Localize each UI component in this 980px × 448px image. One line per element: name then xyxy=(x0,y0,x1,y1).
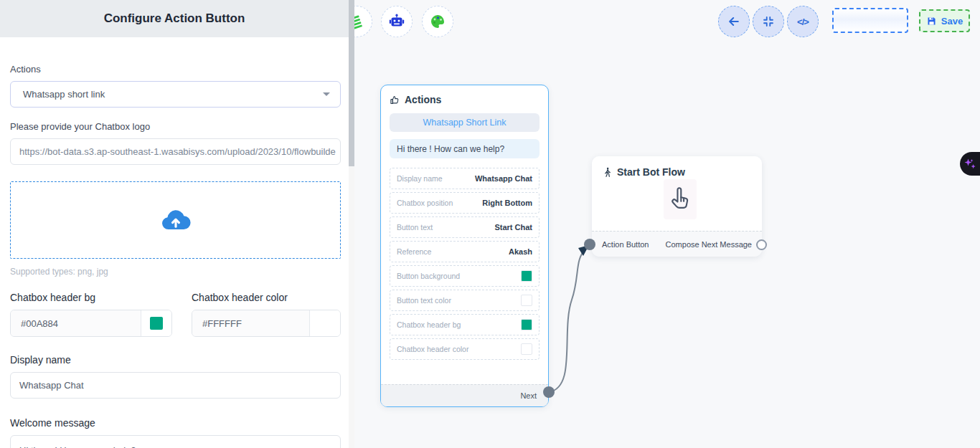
start-node-body: Start Bot Flow xyxy=(592,156,762,231)
property-row[interactable]: Chatbox header color xyxy=(390,338,540,360)
color-swatch xyxy=(319,317,331,330)
logo-upload-dropzone[interactable] xyxy=(10,181,341,259)
actions-select[interactable]: Whatsapp short link xyxy=(10,81,341,108)
compose-next-message-source-handle[interactable] xyxy=(756,239,767,250)
robot-icon xyxy=(388,13,405,30)
property-label: Chatbox position xyxy=(397,199,453,207)
welcome-message-input[interactable]: Hi there ! How can we help? xyxy=(10,435,341,448)
chatbox-header-bg-picker[interactable] xyxy=(141,310,171,336)
property-row[interactable]: Button text color xyxy=(390,290,540,311)
property-row[interactable]: Chatbox position Right Bottom xyxy=(390,192,540,214)
drag-cursor-preview xyxy=(664,179,697,219)
actions-node-header: Actions xyxy=(390,94,540,105)
action-button-handle-label: Action Button xyxy=(602,240,649,249)
property-color-swatch xyxy=(521,295,532,306)
chatbox-header-bg-group: #00A884 xyxy=(10,310,172,337)
start-node-header: Start Bot Flow xyxy=(602,166,752,178)
flow-builder-app: </> Save Actions Whatsapp Short Link Hi … xyxy=(0,0,980,448)
chatbot-tool-button[interactable] xyxy=(381,6,413,37)
property-label: Button text color xyxy=(397,296,451,305)
chatbox-header-color-label: Chatbox header color xyxy=(192,292,341,303)
chatbox-header-bg-label: Chatbox header bg xyxy=(10,292,172,303)
display-name-input[interactable]: Whatsapp Chat xyxy=(10,372,341,399)
property-label: Reference xyxy=(397,247,431,256)
chatbox-header-color-input[interactable]: #FFFFFF xyxy=(192,310,309,336)
code-view-button[interactable]: </> xyxy=(787,6,819,37)
property-value: Akash xyxy=(509,247,532,256)
chatbox-logo-label: Please provide your Chatbox logo xyxy=(10,121,341,132)
configure-panel: Configure Action Button Actions Whatsapp… xyxy=(0,0,354,448)
chevron-down-icon xyxy=(323,92,330,96)
next-source-handle[interactable] xyxy=(543,386,555,398)
chatbox-logo-input[interactable]: https://bot-data.s3.ap-southeast-1.wasab… xyxy=(10,138,341,165)
action-button-target-handle[interactable] xyxy=(584,239,595,250)
chatbox-header-color-picker[interactable] xyxy=(309,310,340,336)
actions-label: Actions xyxy=(10,64,341,75)
action-type-chip[interactable]: Whatsapp Short Link xyxy=(390,113,540,132)
welcome-message-label: Welcome message xyxy=(10,417,341,429)
save-button[interactable]: Save xyxy=(919,9,970,32)
property-row[interactable]: Display name Whatsapp Chat xyxy=(390,168,540,189)
fit-view-button[interactable] xyxy=(753,6,784,37)
walking-person-icon xyxy=(602,166,613,178)
action-properties-list: Display name Whatsapp Chat Chatbox posit… xyxy=(390,168,540,360)
actions-node-title: Actions xyxy=(405,94,441,105)
panel-scrollbar[interactable] xyxy=(349,0,354,448)
display-name-label: Display name xyxy=(10,354,341,366)
actions-node[interactable]: Actions Whatsapp Short Link Hi there ! H… xyxy=(380,85,549,407)
start-bot-flow-node[interactable]: Start Bot Flow Action Button Compose Nex… xyxy=(592,156,762,257)
panel-title: Configure Action Button xyxy=(0,0,349,37)
property-row[interactable]: Chatbox header bg xyxy=(390,314,540,335)
compose-next-message-handle-label: Compose Next Message xyxy=(666,240,752,249)
start-node-handles-row: Action Button Compose Next Message xyxy=(592,231,762,257)
actions-select-value: Whatsapp short link xyxy=(23,89,105,100)
property-label: Button background xyxy=(397,272,460,280)
property-color-swatch xyxy=(521,343,532,355)
property-row[interactable]: Reference Akash xyxy=(390,241,540,262)
chatbox-header-color-group: #FFFFFF xyxy=(192,310,341,337)
property-value: Right Bottom xyxy=(482,199,532,207)
next-label: Next xyxy=(520,391,537,400)
property-color-swatch xyxy=(521,270,532,282)
hand-cursor-icon xyxy=(668,184,692,214)
back-arrow-icon xyxy=(727,14,741,29)
color-swatch xyxy=(150,317,163,330)
save-label: Save xyxy=(941,16,963,27)
theme-tool-button[interactable] xyxy=(422,6,453,37)
chatbox-header-bg-input[interactable]: #00A884 xyxy=(11,310,141,336)
thumbs-up-icon xyxy=(390,95,400,105)
upload-cloud-icon xyxy=(161,208,191,232)
supported-types-hint: Supported types: png, jpg xyxy=(10,267,341,277)
next-output-row: Next xyxy=(381,384,548,406)
save-icon xyxy=(926,16,937,27)
property-row[interactable]: Button text Start Chat xyxy=(390,216,540,238)
property-label: Chatbox header color xyxy=(397,345,468,353)
scrollbar-thumb[interactable] xyxy=(349,0,354,166)
sparkles-icon xyxy=(963,157,977,171)
code-icon: </> xyxy=(797,16,809,27)
property-value: Start Chat xyxy=(494,223,532,232)
back-button[interactable] xyxy=(718,6,750,37)
property-label: Button text xyxy=(397,223,433,232)
fit-view-icon xyxy=(762,15,775,28)
property-label: Display name xyxy=(397,174,443,183)
edge-next-to-action-button xyxy=(549,249,585,392)
palette-icon xyxy=(429,13,446,30)
property-value: Whatsapp Chat xyxy=(475,174,532,183)
property-label: Chatbox header bg xyxy=(397,320,461,329)
ai-assistant-button[interactable] xyxy=(960,152,980,176)
property-color-swatch xyxy=(521,319,532,330)
start-node-title: Start Bot Flow xyxy=(617,166,685,178)
property-row[interactable]: Button background xyxy=(390,265,540,287)
welcome-message-preview[interactable]: Hi there ! How can we help? xyxy=(390,139,540,158)
flow-name-input[interactable] xyxy=(832,8,908,33)
